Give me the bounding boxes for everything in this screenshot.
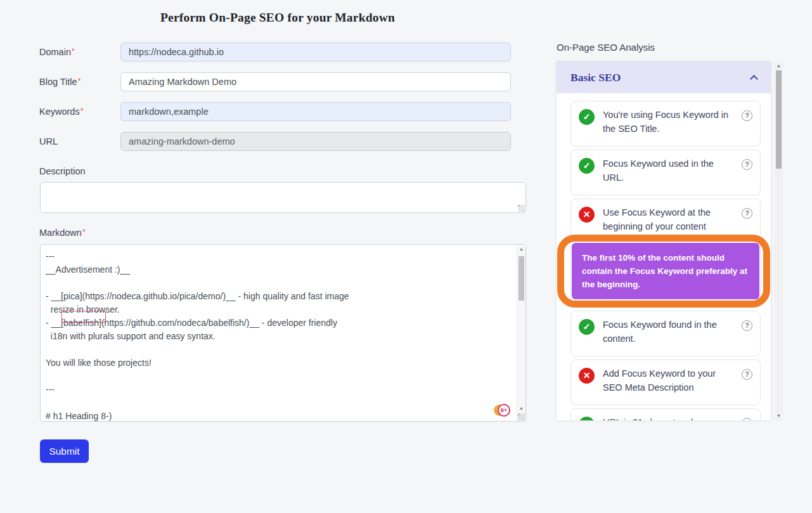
check-icon: ✓: [579, 158, 595, 174]
description-textarea[interactable]: [41, 183, 525, 212]
blog-title-input[interactable]: [120, 72, 511, 91]
page-title: Perform On-Page SEO for your Markdown: [0, 11, 555, 25]
seo-tooltip-text: The first 10% of the content should cont…: [582, 253, 747, 289]
description-field-box: [40, 182, 526, 213]
seo-markdown-page: Perform On-Page SEO for your Markdown Do…: [0, 0, 812, 513]
check-icon: ✓: [579, 417, 595, 420]
seo-check-text: Add Focus Keyword to your SEO Meta Descr…: [603, 367, 731, 394]
help-icon[interactable]: ?: [742, 369, 752, 380]
scroll-up-icon[interactable]: ▲: [775, 62, 783, 70]
cross-icon: ✕: [579, 207, 595, 223]
help-icon[interactable]: ?: [742, 110, 752, 121]
required-asterisk: *: [72, 47, 75, 56]
markdown-label-text: Markdown: [39, 228, 82, 238]
domain-input[interactable]: [120, 42, 511, 62]
seo-check-card: ✓ Focus Keyword found in the content. ?: [570, 311, 761, 356]
seo-check-text: Focus Keyword found in the content.: [603, 318, 731, 346]
analysis-scrollbar[interactable]: ▲ ▼: [775, 62, 783, 420]
url-label-text: URL: [39, 136, 58, 146]
seo-check-card-highlighted: ✕ Use Focus Keyword at the beginning of …: [570, 198, 761, 308]
required-asterisk: *: [81, 107, 84, 115]
analysis-title: On-Page SEO Analysis: [557, 42, 655, 53]
analysis-panel: Basic SEO ✓ You're using Focus Keyword i…: [557, 62, 771, 420]
help-icon[interactable]: ?: [742, 159, 752, 170]
grammarly-count: 9+: [498, 404, 510, 417]
domain-label: Domain*: [39, 47, 75, 57]
help-icon[interactable]: ?: [742, 320, 752, 331]
description-label: Description: [39, 166, 86, 176]
check-icon: ✓: [579, 319, 595, 335]
url-label: URL: [39, 136, 58, 146]
cross-icon: ✕: [579, 368, 595, 384]
markdown-label: Markdown*: [39, 228, 86, 238]
check-icon: ✓: [579, 109, 595, 125]
required-asterisk: *: [82, 228, 86, 237]
scrollbar-thumb[interactable]: [519, 256, 524, 301]
seo-check-card: ✓ Focus Keyword used in the URL. ?: [570, 150, 761, 195]
scroll-down-icon[interactable]: ▼: [517, 405, 525, 413]
seo-check-text: You're using Focus Keyword in the SEO Ti…: [603, 108, 731, 136]
scroll-up-icon[interactable]: ▲: [517, 245, 525, 254]
required-asterisk: *: [78, 77, 81, 86]
url-input: [120, 132, 511, 151]
help-icon[interactable]: ?: [742, 208, 752, 219]
grammarly-badge[interactable]: 9+: [496, 404, 510, 417]
markdown-textarea[interactable]: --- __Advertisement :)__ - __[pica](http…: [41, 245, 525, 421]
help-icon[interactable]: ?: [742, 418, 752, 420]
seo-check-card: ✓ URL is 21 characters long ?: [570, 408, 761, 420]
keywords-input[interactable]: [120, 102, 511, 121]
seo-tooltip: The first 10% of the content should cont…: [572, 243, 759, 299]
seo-check-text: Use Focus Keyword at the beginning of yo…: [603, 206, 731, 233]
keywords-label-text: Keywords: [39, 107, 80, 117]
scrollbar-thumb[interactable]: [776, 70, 782, 169]
blog-title-label-text: Blog Title: [39, 77, 77, 87]
domain-label-text: Domain: [39, 47, 71, 57]
seo-check-card: ✕ Add Focus Keyword to your SEO Meta Des…: [570, 360, 761, 405]
resize-handle-icon[interactable]: [518, 413, 525, 420]
basic-seo-heading: Basic SEO: [570, 71, 751, 84]
markdown-field-box: --- __Advertisement :)__ - __[pica](http…: [40, 244, 526, 422]
chevron-up-icon: [750, 75, 758, 83]
submit-button[interactable]: Submit: [40, 439, 89, 463]
seo-check-list: ✓ You're using Focus Keyword in the SEO …: [557, 93, 771, 420]
seo-check-card: ✓ You're using Focus Keyword in the SEO …: [570, 101, 761, 146]
scroll-down-icon[interactable]: ▼: [775, 412, 783, 420]
blog-title-label: Blog Title*: [39, 77, 81, 87]
seo-check-text: URL is 21 characters long: [603, 416, 731, 420]
description-label-text: Description: [39, 166, 86, 176]
seo-check-text: Focus Keyword used in the URL.: [603, 157, 731, 185]
markdown-scrollbar[interactable]: ▲ ▼: [517, 245, 525, 421]
keywords-label: Keywords*: [39, 107, 83, 117]
basic-seo-accordion-header[interactable]: Basic SEO: [557, 62, 771, 93]
resize-handle-icon[interactable]: [518, 205, 525, 212]
